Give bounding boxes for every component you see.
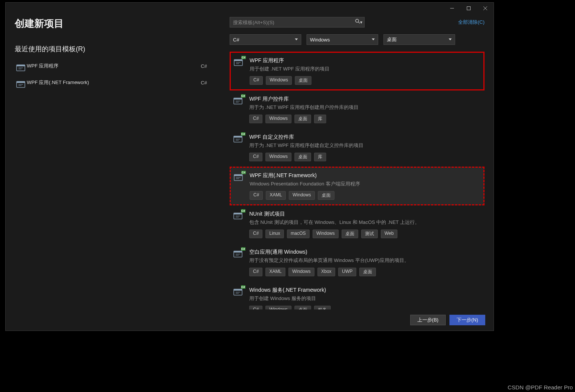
template-icon: C# bbox=[233, 211, 245, 221]
template-title: Windows 服务(.NET Framework) bbox=[249, 287, 480, 294]
template-tags: C#Windows桌面库 bbox=[249, 115, 480, 123]
recent-item-label: WPF 应用程序 bbox=[27, 63, 198, 69]
template-tag: 桌面 bbox=[294, 306, 311, 309]
recent-item[interactable]: WPF 应用程序C# bbox=[15, 60, 211, 72]
next-button[interactable]: 下一步(N) bbox=[449, 315, 485, 325]
template-tag: Windows bbox=[266, 76, 292, 85]
template-item[interactable]: C#WPF 应用(.NET Framework)Windows Presenta… bbox=[230, 167, 485, 205]
template-item[interactable]: C#WPF 自定义控件库用于为 .NET WPF 应用程序创建自定义控件库的项目… bbox=[230, 129, 485, 167]
svg-rect-27 bbox=[234, 175, 242, 176]
template-item[interactable]: C#空白应用(通用 Windows)用于没有预定义控件或布局的单页通用 Wind… bbox=[230, 243, 485, 282]
template-tag: C# bbox=[249, 153, 262, 161]
maximize-button[interactable] bbox=[460, 3, 477, 14]
svg-rect-5 bbox=[17, 65, 25, 66]
template-tag: XAML bbox=[265, 268, 285, 276]
dialog-title: 创建新项目 bbox=[15, 17, 211, 30]
template-desc: 用于没有预定义控件或布局的单页通用 Windows 平台(UWP)应用的项目。 bbox=[249, 257, 480, 264]
csharp-badge-icon: C# bbox=[241, 94, 245, 98]
template-tag: Windows bbox=[265, 153, 291, 161]
search-input[interactable] bbox=[230, 17, 365, 28]
svg-point-12 bbox=[356, 19, 359, 22]
template-icon: C# bbox=[233, 250, 245, 259]
search-container: ▾ bbox=[230, 17, 365, 28]
svg-rect-35 bbox=[234, 251, 242, 253]
back-button[interactable]: 上一步(B) bbox=[410, 315, 446, 325]
template-icon: C# bbox=[234, 173, 245, 183]
template-tag: Windows bbox=[313, 230, 339, 238]
template-item[interactable]: C#WPF 用户控件库用于为 .NET WPF 应用程序创建用户控件库的项目C#… bbox=[230, 90, 485, 129]
template-tag: 桌面 bbox=[318, 191, 334, 200]
template-desc: 用于创建 .NET WPF 应用程序的项目 bbox=[250, 66, 480, 72]
template-title: WPF 用户控件库 bbox=[249, 96, 480, 103]
template-tag: UWP bbox=[338, 268, 356, 276]
recent-item[interactable]: WPF 应用(.NET Framework)C# bbox=[15, 77, 211, 88]
template-tag: C# bbox=[250, 191, 263, 200]
svg-rect-31 bbox=[234, 213, 242, 214]
template-tag: C# bbox=[249, 115, 262, 123]
svg-rect-9 bbox=[17, 81, 25, 83]
svg-line-13 bbox=[358, 22, 360, 23]
csharp-badge-icon: C# bbox=[241, 56, 246, 59]
watermark: CSDN @PDF Reader Pro bbox=[508, 384, 573, 390]
filter-type-value: 桌面 bbox=[387, 36, 397, 43]
template-body: WPF 自定义控件库用于为 .NET WPF 应用程序创建自定义控件库的项目C#… bbox=[249, 134, 480, 161]
template-tag: XAML bbox=[266, 191, 286, 200]
template-desc: 用于为 .NET WPF 应用程序创建自定义控件库的项目 bbox=[249, 142, 480, 149]
template-tag: 服务 bbox=[314, 306, 331, 309]
csharp-badge-icon: C# bbox=[241, 285, 245, 289]
clear-all-link[interactable]: 全部清除(C) bbox=[458, 19, 485, 26]
right-pane: ▾ 全部清除(C) C# Windows 桌面 C#WPF 应用程序用于创建 .… bbox=[230, 17, 485, 309]
template-body: WPF 用户控件库用于为 .NET WPF 应用程序创建用户控件库的项目C#Wi… bbox=[249, 96, 480, 123]
template-tag: Linux bbox=[265, 230, 284, 238]
footer: 上一步(B) 下一步(N) bbox=[6, 309, 494, 331]
filter-platform-value: Windows bbox=[310, 37, 330, 43]
template-item[interactable]: C#WPF 应用程序用于创建 .NET WPF 应用程序的项目C#Windows… bbox=[230, 52, 485, 90]
template-tag: 桌面 bbox=[295, 76, 311, 85]
close-button[interactable] bbox=[477, 3, 494, 14]
template-item[interactable]: C#Windows 服务(.NET Framework)用于创建 Windows… bbox=[230, 282, 485, 309]
recent-list: WPF 应用程序C#WPF 应用(.NET Framework)C# bbox=[15, 60, 211, 88]
svg-rect-15 bbox=[234, 60, 242, 61]
template-body: WPF 应用(.NET Framework)Windows Presentati… bbox=[250, 172, 480, 200]
template-title: WPF 应用(.NET Framework) bbox=[250, 172, 480, 179]
template-tag: Windows bbox=[289, 191, 315, 200]
recent-item-badge: C# bbox=[198, 79, 209, 86]
svg-rect-39 bbox=[234, 289, 242, 291]
minimize-button[interactable] bbox=[444, 3, 460, 14]
template-tag: C# bbox=[249, 306, 262, 309]
svg-rect-23 bbox=[234, 136, 242, 138]
template-tag: Web bbox=[381, 230, 397, 238]
filter-platform[interactable]: Windows bbox=[307, 34, 378, 45]
filter-language[interactable]: C# bbox=[230, 34, 301, 45]
svg-rect-1 bbox=[467, 7, 471, 10]
create-project-dialog: 创建新项目 最近使用的项目模板(R) WPF 应用程序C#WPF 应用(.NET… bbox=[5, 2, 494, 331]
template-tag: 桌面 bbox=[294, 153, 311, 161]
template-title: 空白应用(通用 Windows) bbox=[249, 249, 480, 256]
template-tag: Windows bbox=[265, 306, 291, 309]
template-tag: 桌面 bbox=[359, 268, 376, 276]
template-tag: 测试 bbox=[361, 230, 378, 238]
template-tag: C# bbox=[250, 76, 263, 85]
template-title: NUnit 测试项目 bbox=[249, 211, 480, 217]
chevron-down-icon bbox=[449, 38, 452, 40]
template-item[interactable]: C#NUnit 测试项目包含 NUnit 测试的项目，可在 Windows、Li… bbox=[230, 205, 485, 243]
template-tag: Windows bbox=[265, 115, 291, 123]
search-icon[interactable]: ▾ bbox=[355, 19, 362, 25]
csharp-badge-icon: C# bbox=[241, 247, 245, 251]
template-tags: C#Windows桌面库 bbox=[249, 153, 480, 161]
template-title: WPF 应用程序 bbox=[250, 57, 480, 64]
filter-type[interactable]: 桌面 bbox=[383, 34, 455, 45]
template-icon bbox=[16, 80, 23, 85]
template-desc: 用于创建 Windows 服务的项目 bbox=[249, 295, 480, 302]
template-tag: 库 bbox=[314, 115, 326, 123]
filter-language-value: C# bbox=[233, 37, 239, 43]
template-desc: 包含 NUnit 测试的项目，可在 Windows、Linux 和 MacOS … bbox=[249, 219, 480, 226]
template-tags: C#XAMLWindowsXboxUWP桌面 bbox=[249, 268, 480, 276]
template-body: 空白应用(通用 Windows)用于没有预定义控件或布局的单页通用 Window… bbox=[249, 249, 480, 276]
template-tags: C#LinuxmacOSWindows桌面测试Web bbox=[249, 230, 480, 238]
csharp-badge-icon: C# bbox=[241, 171, 246, 174]
template-icon: C# bbox=[233, 96, 245, 106]
chevron-down-icon bbox=[372, 38, 375, 40]
recent-heading: 最近使用的项目模板(R) bbox=[15, 44, 211, 54]
recent-item-badge: C# bbox=[198, 63, 209, 70]
